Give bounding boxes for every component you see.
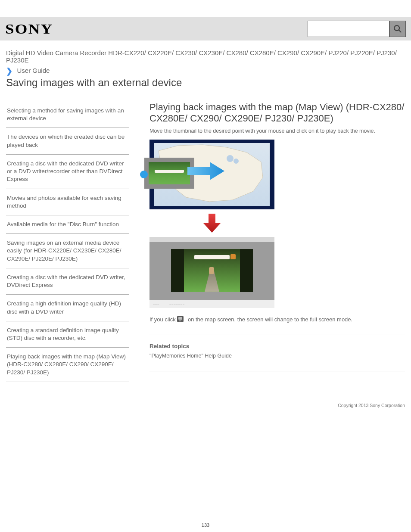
svg-line-1 [399, 30, 402, 33]
arrow-down-icon [202, 213, 222, 233]
sidebar-item[interactable]: Playing back images with the map (Map Vi… [6, 348, 129, 382]
sidebar-item[interactable]: Selecting a method for saving images wit… [6, 102, 129, 128]
sidebar-item[interactable]: Creating a disc with the dedicated DVD w… [6, 268, 129, 295]
separator [149, 371, 405, 371]
separator [149, 335, 405, 335]
svg-point-3 [234, 159, 239, 164]
search-input[interactable] [308, 21, 389, 37]
sidebar-item[interactable]: Creating a high definition image quality… [6, 295, 129, 321]
related-link[interactable]: "PlayMemories Home" Help Guide [149, 353, 405, 359]
sidebar-item[interactable]: Creating a standard definition image qua… [6, 321, 129, 348]
hint-text: If you click on the map screen, the scre… [149, 316, 405, 323]
sidebar-item[interactable]: Available media for the "Disc Burn" func… [6, 215, 129, 234]
copyright: Copyright 2013 Sony Corporation [6, 403, 405, 408]
fullscreen-icon [177, 316, 184, 322]
related-heading: Related topics [149, 343, 405, 349]
article-sub: Move the thumbnail to the desired point … [149, 128, 405, 135]
search-wrap [308, 21, 406, 37]
sidebar-item[interactable]: Creating a disc with the dedicated DVD w… [6, 155, 129, 189]
article-heading: Playing back images with the map (Map Vi… [149, 102, 405, 124]
svg-point-2 [227, 155, 234, 162]
sidebar-item[interactable]: The devices on which the created disc ca… [6, 128, 129, 154]
header: SONY [0, 17, 411, 40]
search-icon [393, 24, 402, 34]
drag-origin-dot-icon [140, 171, 148, 178]
arrow-right-icon [187, 161, 224, 181]
search-button[interactable] [389, 21, 406, 37]
page-heading: Saving images with an external device [6, 77, 405, 89]
svg-point-0 [394, 25, 399, 31]
playback-screenshot: — — —— — — — — — — [149, 237, 274, 308]
sidebar: Selecting a method for saving images wit… [6, 102, 129, 382]
sidebar-item[interactable]: Saving images on an external media devic… [6, 234, 129, 268]
brand-logo: SONY [5, 21, 53, 37]
illustration: — — —— — — — — — — [149, 140, 274, 308]
map-screenshot [149, 140, 274, 209]
chevron-right-icon: ❯ [6, 66, 12, 76]
dragged-thumbnail [144, 158, 194, 189]
page-number: 133 [0, 523, 411, 528]
product-title: Digital HD Video Camera Recorder HDR-CX2… [6, 49, 405, 64]
sidebar-item[interactable]: Movies and photos available for each sav… [6, 189, 129, 215]
section-label: User Guide [17, 67, 50, 74]
main-content: Playing back images with the map (Map Vi… [129, 102, 405, 382]
